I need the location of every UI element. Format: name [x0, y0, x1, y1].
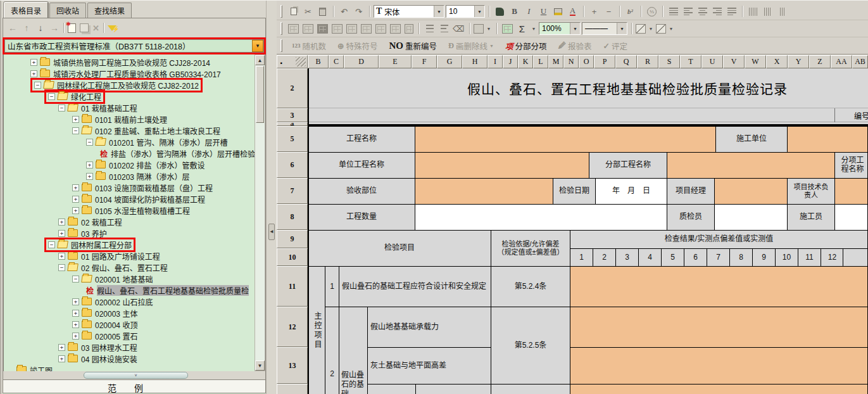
division-item-button[interactable]: 项 分部分项 [505, 40, 547, 52]
font-color-icon[interactable]: A [566, 6, 579, 18]
collapse-minus-icon[interactable]: − [72, 127, 79, 134]
tree-item[interactable]: +0104 坡面绿化防护栽植基层工程 [4, 193, 255, 205]
align-left-icon[interactable] [681, 6, 695, 18]
collapse-minus-icon[interactable]: − [34, 82, 41, 89]
worksheet-icon[interactable] [502, 24, 513, 34]
border-color-icon[interactable] [636, 24, 646, 34]
insert-cells-icon[interactable] [288, 24, 299, 34]
tree-item-label[interactable]: 01 园路及广场铺设工程 [81, 251, 160, 262]
chevron-down-icon[interactable]: ▼ [530, 27, 538, 31]
eraser-icon[interactable]: ⌫ [452, 23, 465, 35]
tree-item[interactable]: +02 栽植工程 [4, 216, 255, 227]
tree-item-label[interactable]: 03 园林理水工程 [81, 342, 137, 353]
split-cells-icon[interactable] [332, 24, 343, 34]
collapse-minus-icon[interactable]: − [48, 241, 55, 248]
tree-item[interactable]: +0105 水湿生植物栽植槽工程 [4, 205, 255, 216]
collapse-minus-icon[interactable]: − [58, 264, 65, 271]
tree-item[interactable]: +01 园路及广场铺设工程 [4, 250, 255, 262]
tree-item-label[interactable]: 0101 栽植前土壤处理 [95, 114, 167, 125]
column-header[interactable]: J [503, 55, 518, 68]
scrollbar-thumb[interactable] [256, 66, 264, 123]
chevron-down-icon[interactable]: ▼ [252, 40, 263, 52]
cell-inspection-item-header[interactable]: 检验项目 [308, 230, 491, 267]
tree-item-label[interactable]: 假山、叠石、置石工程地基基础检验批质量检 [97, 285, 249, 296]
horizontal-splitter-handle[interactable]: ˅ [84, 372, 188, 379]
align-justify-icon[interactable] [667, 6, 680, 18]
tree-item-label[interactable]: 0103 设施顶面栽植基层（盘）工程 [95, 182, 213, 193]
underline-icon[interactable]: U [537, 6, 550, 18]
increase-icon[interactable]: + [588, 6, 601, 18]
row-header[interactable]: 2 [277, 68, 308, 108]
tree-item[interactable]: −0102 重盐碱、重黏土地土壤改良工程 [4, 125, 255, 136]
cell-division-project-label[interactable]: 分部工程名称 [589, 152, 667, 179]
tree-item-label[interactable]: 020004 收顶 [95, 319, 137, 330]
column-header[interactable]: M [548, 55, 563, 68]
merge-right-icon[interactable] [346, 24, 357, 34]
row-header[interactable]: 6 [277, 152, 308, 178]
select-table-icon[interactable] [317, 24, 328, 34]
cell-quality-inspector-input[interactable] [714, 204, 788, 231]
vertical-text-icon[interactable] [746, 6, 760, 18]
tree-item-label[interactable]: 竣工图 [30, 365, 53, 372]
cell-main-control-header[interactable]: 主控项目 [308, 266, 325, 394]
column-header[interactable]: X [766, 55, 788, 68]
tree-item-label[interactable]: 020005 置石 [95, 331, 137, 341]
line-style-select[interactable]: ——— ▼ [582, 22, 627, 35]
column-header[interactable]: Y [788, 55, 809, 68]
tree-item[interactable]: +0101 栽植前土壤处理 [4, 113, 255, 125]
fraction-icon[interactable]: ⅓ [645, 6, 658, 18]
tree-item[interactable]: 竣工图 [4, 364, 255, 371]
tab-recycle-bin[interactable]: 回收站 [49, 3, 86, 18]
tree-item-label[interactable]: 01 栽植基础工程 [81, 103, 137, 113]
column-header[interactable]: T [680, 55, 701, 68]
cell-acceptance-part-label[interactable]: 验收部位 [308, 178, 415, 205]
measure-point-header[interactable]: 1 [570, 248, 593, 267]
column-header[interactable]: Q [615, 55, 637, 68]
delete-icon[interactable]: ✕ [92, 23, 99, 33]
new-table-icon[interactable] [68, 23, 76, 33]
scroll-up-icon[interactable]: ▲ [255, 55, 265, 65]
tree-item-label[interactable]: 010201 管沟、隔淋（渗水）层开槽 [109, 137, 227, 148]
cell-subitem-project-label[interactable]: 分项工程名称 [834, 152, 868, 179]
tree-item[interactable]: −010201 管沟、隔淋（渗水）层开槽 [4, 136, 255, 148]
collapse-left-icon[interactable]: ◄ [268, 224, 275, 240]
measure-point-header[interactable]: 11 [798, 248, 821, 267]
expand-plus-icon[interactable]: + [30, 70, 37, 77]
tree-item-label[interactable]: 城镇供热管网工程施工及验收规范 CJJ28-2014 [53, 57, 210, 68]
column-header[interactable]: H [462, 55, 487, 68]
tree-item[interactable]: +010202 排盐（渗水）管敷设 [4, 159, 255, 170]
column-header[interactable]: Z [809, 55, 831, 68]
cell-item1-ref[interactable]: 第5.2.4条 [491, 266, 570, 307]
chevron-down-icon[interactable]: ▼ [474, 6, 484, 17]
expand-plus-icon[interactable]: + [58, 344, 65, 351]
row-header[interactable]: 9 [277, 230, 308, 248]
collapse-minus-icon[interactable]: − [86, 139, 93, 146]
border-style-icon[interactable] [656, 24, 666, 34]
column-header[interactable]: R [637, 55, 658, 68]
tab-search-results[interactable]: 查找结果 [87, 3, 132, 18]
filter-icon[interactable] [108, 25, 116, 31]
align-center-icon[interactable] [696, 6, 709, 18]
tree-item[interactable]: +城镇供热管网工程施工及验收规范 CJJ28-2014 [4, 56, 255, 68]
measure-point-header[interactable]: 2 [593, 248, 616, 267]
cell-item2a-text[interactable]: 假山地基基础承载力 [367, 307, 491, 348]
nav-left-icon[interactable]: ← [8, 23, 18, 33]
row-spacing-decrease-icon[interactable] [437, 23, 451, 35]
tree-item[interactable]: +020004 收顶 [4, 319, 255, 330]
renumber-button[interactable]: NO 重新编号 [389, 40, 437, 52]
cell-project-manager-input[interactable] [714, 178, 788, 205]
measure-point-header[interactable]: 6 [684, 248, 707, 267]
tree-item-label[interactable]: 园林附属工程分部 [71, 239, 132, 250]
cell-item2b-result[interactable] [570, 347, 868, 384]
expand-plus-icon[interactable]: + [86, 162, 93, 168]
expand-plus-icon[interactable]: + [72, 116, 79, 123]
nav-down-icon[interactable]: ↓ [35, 23, 46, 33]
decrease-icon[interactable]: − [602, 6, 615, 18]
cell-check-result-header[interactable]: 检查结果/实测点偏差值或实测值 [570, 230, 868, 249]
chevron-down-icon[interactable]: ▼ [617, 23, 627, 34]
cell-construction-unit-label[interactable]: 施工单位 [715, 126, 788, 153]
special-symbol-button[interactable]: ⊕特殊符号 [337, 40, 378, 52]
tree-item-label[interactable]: 020001 地基基础 [95, 274, 153, 284]
tree-item[interactable]: −01 栽植基础工程 [4, 102, 255, 113]
tab-form-catalog[interactable]: 表格目录 [4, 2, 48, 18]
